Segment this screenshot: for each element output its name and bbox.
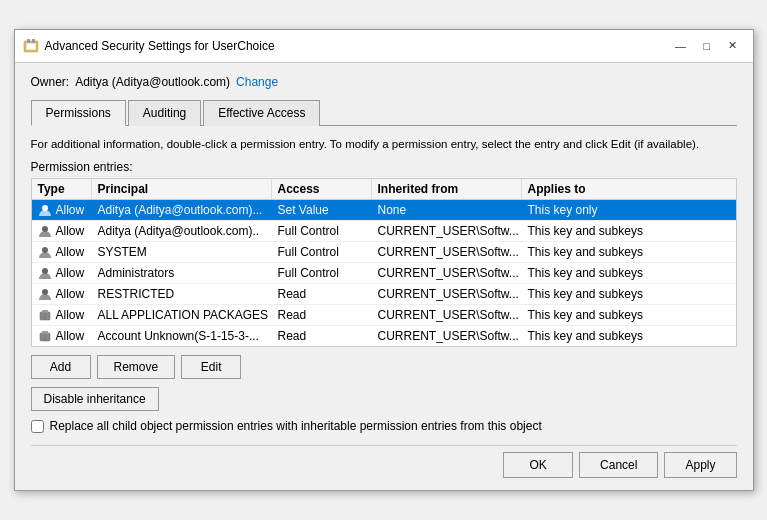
svg-rect-3	[32, 39, 35, 43]
cell-type: Allow	[32, 200, 92, 220]
cell-principal: ALL APPLICATION PACKAGES	[92, 305, 272, 325]
user-icon	[38, 224, 52, 238]
minimize-button[interactable]: —	[669, 36, 693, 56]
package-icon	[38, 308, 52, 322]
table-body: Allow Aditya (Aditya@outlook.com)... Set…	[32, 200, 736, 346]
maximize-button[interactable]: □	[695, 36, 719, 56]
main-window: Advanced Security Settings for UserChoic…	[14, 29, 754, 491]
tab-effective-access[interactable]: Effective Access	[203, 100, 320, 126]
title-controls: — □ ✕	[669, 36, 745, 56]
cell-access: Read	[272, 326, 372, 346]
col-access: Access	[272, 179, 372, 199]
cell-inherited: CURRENT_USER\Softw...	[372, 326, 522, 346]
user-icon	[38, 266, 52, 280]
user-icon	[38, 287, 52, 301]
replace-permissions-row: Replace all child object permission entr…	[31, 419, 737, 433]
table-header: Type Principal Access Inherited from App…	[32, 179, 736, 200]
edit-button[interactable]: Edit	[181, 355, 241, 379]
cell-principal: Aditya (Aditya@outlook.com)..	[92, 221, 272, 241]
cell-principal: RESTRICTED	[92, 284, 272, 304]
close-button[interactable]: ✕	[721, 36, 745, 56]
add-button[interactable]: Add	[31, 355, 91, 379]
owner-row: Owner: Aditya (Aditya@outlook.com) Chang…	[31, 75, 737, 89]
cell-inherited: CURRENT_USER\Softw...	[372, 263, 522, 283]
cell-type: Allow	[32, 263, 92, 283]
table-row[interactable]: Allow Aditya (Aditya@outlook.com).. Full…	[32, 221, 736, 242]
cell-type: Allow	[32, 242, 92, 262]
cell-inherited: CURRENT_USER\Softw...	[372, 221, 522, 241]
table-row[interactable]: Allow Aditya (Aditya@outlook.com)... Set…	[32, 200, 736, 221]
cell-applies: This key and subkeys	[522, 284, 662, 304]
cell-access: Read	[272, 284, 372, 304]
tabs-container: Permissions Auditing Effective Access	[31, 99, 737, 126]
content-area: Owner: Aditya (Aditya@outlook.com) Chang…	[15, 63, 753, 490]
table-row[interactable]: Allow ALL APPLICATION PACKAGES Read CURR…	[32, 305, 736, 326]
cell-inherited: CURRENT_USER\Softw...	[372, 305, 522, 325]
cell-type: Allow	[32, 284, 92, 304]
cell-access: Full Control	[272, 242, 372, 262]
info-text: For additional information, double-click…	[31, 136, 737, 152]
owner-label: Owner:	[31, 75, 70, 89]
cell-access: Read	[272, 305, 372, 325]
action-buttons: Add Remove Edit	[31, 355, 737, 379]
inherit-btn-container: Disable inheritance	[31, 387, 737, 419]
col-type: Type	[32, 179, 92, 199]
user-icon	[38, 245, 52, 259]
permissions-table: Type Principal Access Inherited from App…	[31, 178, 737, 347]
cell-principal: SYSTEM	[92, 242, 272, 262]
disable-inheritance-button[interactable]: Disable inheritance	[31, 387, 159, 411]
apply-button[interactable]: Apply	[664, 452, 736, 478]
window-title: Advanced Security Settings for UserChoic…	[45, 39, 275, 53]
col-principal: Principal	[92, 179, 272, 199]
cancel-button[interactable]: Cancel	[579, 452, 658, 478]
cell-inherited: CURRENT_USER\Softw...	[372, 242, 522, 262]
svg-rect-2	[27, 39, 30, 43]
package-icon	[38, 329, 52, 343]
cell-inherited: CURRENT_USER\Softw...	[372, 284, 522, 304]
cell-applies: This key and subkeys	[522, 221, 662, 241]
cell-type: Allow	[32, 326, 92, 346]
cell-access: Full Control	[272, 263, 372, 283]
change-owner-link[interactable]: Change	[236, 75, 278, 89]
title-bar-left: Advanced Security Settings for UserChoic…	[23, 38, 275, 54]
tab-auditing[interactable]: Auditing	[128, 100, 201, 126]
table-row[interactable]: Allow SYSTEM Full Control CURRENT_USER\S…	[32, 242, 736, 263]
permission-entries-label: Permission entries:	[31, 160, 737, 174]
cell-applies: This key and subkeys	[522, 242, 662, 262]
cell-applies: This key only	[522, 200, 662, 220]
title-bar: Advanced Security Settings for UserChoic…	[15, 30, 753, 63]
svg-rect-1	[26, 43, 36, 50]
ok-button[interactable]: OK	[503, 452, 573, 478]
replace-permissions-checkbox[interactable]	[31, 420, 44, 433]
window-icon	[23, 38, 39, 54]
col-inherited: Inherited from	[372, 179, 522, 199]
cell-applies: This key and subkeys	[522, 326, 662, 346]
cell-principal: Aditya (Aditya@outlook.com)...	[92, 200, 272, 220]
remove-button[interactable]: Remove	[97, 355, 176, 379]
cell-applies: This key and subkeys	[522, 305, 662, 325]
cell-type: Allow	[32, 305, 92, 325]
dialog-buttons: OK Cancel Apply	[31, 445, 737, 478]
table-row[interactable]: Allow Account Unknown(S-1-15-3-... Read …	[32, 326, 736, 346]
cell-principal: Administrators	[92, 263, 272, 283]
table-row[interactable]: Allow RESTRICTED Read CURRENT_USER\Softw…	[32, 284, 736, 305]
table-row[interactable]: Allow Administrators Full Control CURREN…	[32, 263, 736, 284]
user-icon	[38, 203, 52, 217]
cell-access: Set Value	[272, 200, 372, 220]
cell-applies: This key and subkeys	[522, 263, 662, 283]
cell-access: Full Control	[272, 221, 372, 241]
cell-principal: Account Unknown(S-1-15-3-...	[92, 326, 272, 346]
owner-value: Aditya (Aditya@outlook.com)	[75, 75, 230, 89]
replace-permissions-label: Replace all child object permission entr…	[50, 419, 542, 433]
cell-type: Allow	[32, 221, 92, 241]
tab-permissions[interactable]: Permissions	[31, 100, 126, 126]
cell-inherited: None	[372, 200, 522, 220]
col-applies: Applies to	[522, 179, 662, 199]
